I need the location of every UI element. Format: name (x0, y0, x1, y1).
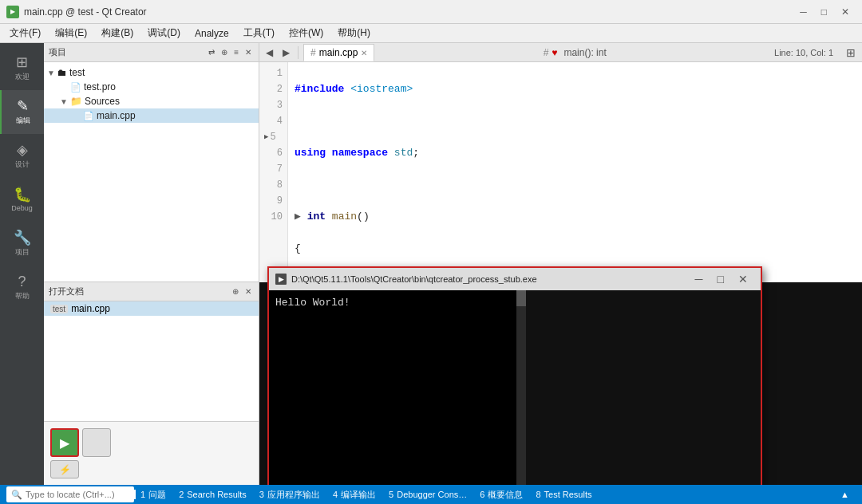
project-panel: 项目 ⇄ ⊕ ≡ ✕ ▼ 🖿 test 📄 test.pro (44, 43, 259, 485)
project-icon: 🖿 (57, 67, 67, 78)
status-label-5: Debugger Cons… (397, 490, 467, 499)
terminal-maximize-btn[interactable]: □ (711, 271, 730, 287)
main-layout: ⊞ 欢迎 ✎ 编辑 ◈ 设计 🐛 Debug 🔧 项目 ? 帮助 项目 (0, 43, 862, 485)
status-item-debugger[interactable]: 5 Debugger Cons… (382, 485, 473, 504)
open-files-panel: 打开文档 ⊕ ✕ test main.cpp (44, 282, 259, 421)
editor-toolbar: ◀ ▶ # main.cpp ✕ # ♥ main(): int Line: 1… (259, 43, 862, 62)
terminal-minimize-btn[interactable]: ─ (689, 271, 710, 287)
editor-tab-maincpp[interactable]: # main.cpp ✕ (303, 44, 374, 61)
menu-debug[interactable]: 调试(D) (141, 25, 187, 41)
sidebar-item-welcome[interactable]: ⊞ 欢迎 (0, 46, 44, 90)
code-line-5: ▶ int main() (295, 209, 856, 225)
terminal-scrollbar[interactable] (516, 290, 526, 485)
sidebar-item-edit[interactable]: ✎ 编辑 (0, 90, 44, 134)
line-num-3: 3 (264, 97, 283, 113)
menu-help[interactable]: 帮助(H) (331, 25, 377, 41)
status-num-8: 8 (536, 490, 540, 499)
line-num-8: 8 (264, 177, 283, 193)
sidebar-item-debug[interactable]: 🐛 Debug (0, 178, 44, 222)
terminal-body: Hello World! (269, 290, 516, 485)
welcome-icon: ⊞ (16, 55, 28, 69)
status-label-2: Search Results (187, 490, 247, 499)
code-line-6: { (295, 241, 856, 257)
status-num-2: 2 (179, 490, 184, 499)
status-search-box[interactable]: 🔍 (6, 486, 134, 502)
status-label-8: Test Results (544, 490, 592, 499)
status-expand-btn[interactable]: ▲ (834, 485, 856, 504)
menu-tools[interactable]: 工具(T) (237, 25, 281, 41)
terminal-title: ▶ D:\Qt\Qt5.11.1\Tools\QtCreator\bin\qtc… (275, 274, 537, 285)
menu-edit[interactable]: 编辑(E) (49, 25, 93, 41)
status-num-1: 1 (140, 490, 145, 499)
status-label-6: 概要信息 (488, 489, 523, 501)
panel-sync-btn[interactable]: ⇄ (206, 47, 217, 57)
menu-build[interactable]: 构建(B) (95, 25, 140, 41)
editor-area: ◀ ▶ # main.cpp ✕ # ♥ main(): int Line: 1… (259, 43, 862, 485)
tree-item-testpro[interactable]: 📄 test.pro (44, 80, 259, 94)
terminal-scrollbar-thumb[interactable] (516, 290, 526, 306)
breadcrumb-hash: # (544, 47, 549, 58)
terminal-controls[interactable]: ─ □ ✕ (689, 271, 754, 287)
status-item-problems[interactable]: 1 问题 (134, 485, 172, 504)
panel-add-btn[interactable]: ⊕ (219, 47, 230, 57)
menu-bar: 文件(F) 编辑(E) 构建(B) 调试(D) Analyze 工具(T) 控件… (0, 24, 862, 43)
edit-label: 编辑 (16, 116, 30, 126)
open-file-item-main[interactable]: test main.cpp (44, 301, 259, 316)
menu-analyze[interactable]: Analyze (188, 26, 235, 41)
status-item-compileout[interactable]: 4 编译输出 (326, 485, 382, 504)
status-item-appoutput[interactable]: 3 应用程序输出 (253, 485, 326, 504)
tree-arrow-sources: ▼ (60, 97, 68, 106)
nav-fwd-button[interactable]: ▶ (279, 46, 293, 59)
line-num-2: 2 (264, 81, 283, 97)
title-bar-left: main.cpp @ test - Qt Creator (6, 6, 147, 18)
tab-filename: main.cpp (319, 47, 358, 58)
panel-actions: ⇄ ⊕ ≡ ✕ (206, 47, 254, 57)
run-play-button[interactable]: ▶ (50, 428, 79, 457)
tree-label-test: test (69, 67, 85, 78)
project-label: 项目 (15, 247, 30, 258)
terminal-path: D:\Qt\Qt5.11.1\Tools\QtCreator\bin\qtcre… (291, 274, 537, 284)
status-item-overview[interactable]: 6 概要信息 (473, 485, 529, 504)
tab-close-button[interactable]: ✕ (361, 49, 367, 57)
tree-label-testpro: test.pro (84, 81, 116, 93)
open-files-add-btn[interactable]: ⊕ (230, 286, 241, 297)
status-item-search[interactable]: 2 Search Results (172, 485, 253, 504)
menu-controls[interactable]: 控件(W) (283, 25, 330, 41)
status-item-testresults[interactable]: 8 Test Results (529, 485, 598, 504)
terminal-window: ▶ D:\Qt\Qt5.11.1\Tools\QtCreator\bin\qtc… (267, 266, 762, 485)
search-icon: 🔍 (11, 490, 22, 500)
panel-close-btn[interactable]: ✕ (243, 47, 254, 57)
status-label-1: 问题 (148, 489, 166, 501)
breadcrumb-function: main(): int (563, 47, 606, 58)
close-button[interactable]: ✕ (835, 5, 856, 19)
sidebar-item-help[interactable]: ? 帮助 (0, 266, 44, 309)
debug-icon: 🐛 (14, 187, 31, 202)
terminal-close-btn[interactable]: ✕ (732, 271, 754, 287)
help-icon: ? (18, 274, 26, 289)
maximize-button[interactable]: □ (815, 5, 833, 19)
debug-label: Debug (11, 204, 33, 212)
file-tree: ▼ 🖿 test 📄 test.pro ▼ 📁 Sources 📄 main.c… (44, 62, 259, 282)
sidebar-item-project[interactable]: 🔧 项目 (0, 222, 44, 266)
sidebar-item-design[interactable]: ◈ 设计 (0, 134, 44, 178)
sources-folder-icon: 📁 (70, 96, 82, 107)
panel-filter-btn[interactable]: ≡ (231, 47, 241, 57)
open-files-close-btn[interactable]: ✕ (243, 286, 254, 297)
run-build-button[interactable]: ⚡ (50, 460, 79, 478)
tree-item-maincpp[interactable]: 📄 main.cpp (44, 108, 259, 123)
tree-item-test[interactable]: ▼ 🖿 test (44, 65, 259, 80)
title-bar-controls[interactable]: ─ □ ✕ (793, 5, 856, 19)
pro-file-icon: 📄 (70, 82, 81, 93)
code-line-1: #include <iostream> (295, 81, 856, 97)
locate-input[interactable] (26, 490, 136, 499)
run-panel: ▶ ⚡ (44, 421, 259, 485)
tree-item-sources[interactable]: ▼ 📁 Sources (44, 94, 259, 108)
nav-back-button[interactable]: ◀ (263, 46, 276, 59)
split-editor-button[interactable]: ⊞ (843, 45, 859, 60)
terminal-icon: ▶ (275, 274, 287, 285)
design-icon: ◈ (17, 143, 28, 157)
open-files-title: 打开文档 (49, 285, 84, 297)
minimize-button[interactable]: ─ (793, 5, 813, 19)
menu-file[interactable]: 文件(F) (3, 25, 47, 41)
cpp-file-icon: 📄 (83, 111, 94, 121)
